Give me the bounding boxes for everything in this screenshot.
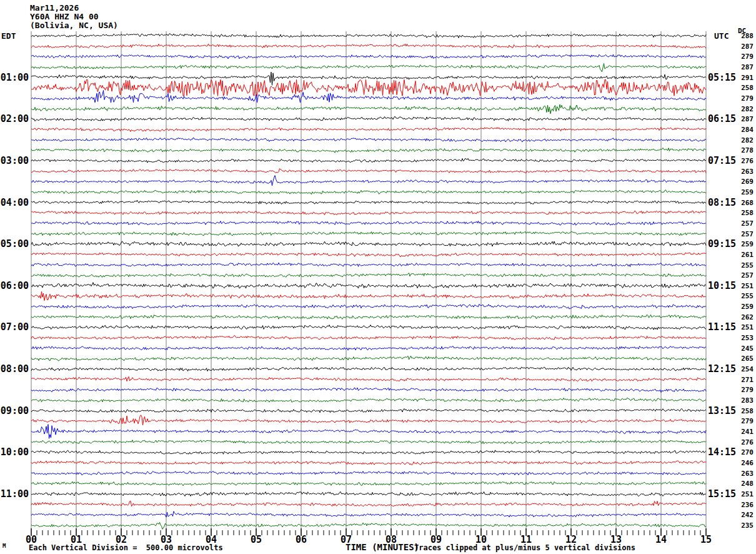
dc-value: 259 <box>735 241 754 248</box>
dc-value: 235 <box>735 522 754 530</box>
dc-value: 258 <box>735 408 754 415</box>
dc-value: 261 <box>735 251 754 259</box>
dc-value: 263 <box>735 470 754 478</box>
dc-value: 257 <box>735 272 754 280</box>
dc-value: 242 <box>735 511 754 519</box>
edt-hour-label: 05:00 <box>0 238 29 249</box>
helicorder-page: Mar11,2026 Y60A HHZ N4 00 (Bolivia, NC, … <box>0 0 756 554</box>
x-tick-label: 15 <box>695 535 717 545</box>
dc-value: 278 <box>735 147 754 154</box>
edt-hour-label: 04:00 <box>0 197 29 208</box>
edt-hour-label: 08:00 <box>0 363 29 375</box>
x-tick-label: 14 <box>650 535 672 545</box>
clipping-note: Traces clipped at plus/minus 5 vertical … <box>414 543 635 552</box>
x-tick-label: 06 <box>290 535 312 545</box>
dc-value: 241 <box>735 428 754 436</box>
dc-value: 262 <box>735 314 754 321</box>
dc-value: 279 <box>735 418 754 425</box>
dc-value: 245 <box>735 345 754 353</box>
edt-hour-label: 01:00 <box>0 72 29 83</box>
edt-hour-label: 09:00 <box>0 405 29 416</box>
dc-value: 276 <box>735 439 754 446</box>
vertical-division-note: Each Vertical Division = 500.00 microvol… <box>29 543 223 552</box>
dc-value: 259 <box>735 303 754 311</box>
dc-value: 287 <box>735 64 754 71</box>
dc-value: 279 <box>735 53 754 61</box>
dc-value: 246 <box>735 460 754 467</box>
dc-value: 268 <box>735 199 754 207</box>
dc-value: 282 <box>735 137 754 144</box>
edt-hour-label: 06:00 <box>0 280 29 291</box>
dc-value: 255 <box>735 293 754 300</box>
dc-value: 258 <box>735 209 754 217</box>
dc-value: 271 <box>735 376 754 384</box>
dc-value: 288 <box>735 33 754 40</box>
dc-value: 276 <box>735 158 754 165</box>
dc-value: 279 <box>735 386 754 394</box>
dc-value: 283 <box>735 397 754 405</box>
edt-hour-label: 07:00 <box>0 321 29 333</box>
dc-value: 265 <box>735 355 754 363</box>
corner-mark: M <box>2 543 6 549</box>
x-tick-label: 05 <box>245 535 267 545</box>
dc-value: 257 <box>735 231 754 238</box>
dc-value: 253 <box>735 335 754 342</box>
edt-hour-label: 03:00 <box>0 155 29 166</box>
seismogram-plot <box>0 0 756 554</box>
edt-hour-label: 02:00 <box>0 113 29 124</box>
dc-value: 255 <box>735 262 754 269</box>
dc-value: 251 <box>735 283 754 290</box>
dc-value: 287 <box>735 116 754 123</box>
dc-value: 236 <box>735 501 754 509</box>
edt-hour-label: 10:00 <box>0 446 29 458</box>
dc-value: 251 <box>735 324 754 331</box>
dc-value: 269 <box>735 178 754 186</box>
dc-value: 263 <box>735 168 754 176</box>
dc-value: 254 <box>735 366 754 373</box>
dc-value: 284 <box>735 126 754 134</box>
dc-value: 248 <box>735 480 754 488</box>
x-axis-title: TIME (MINUTES) <box>346 542 419 552</box>
edt-hour-label: 11:00 <box>0 488 29 500</box>
dc-value: 282 <box>735 106 754 113</box>
dc-value: 251 <box>735 491 754 498</box>
dc-value: 259 <box>735 189 754 196</box>
dc-value: 287 <box>735 43 754 51</box>
dc-value: 279 <box>735 95 754 103</box>
dc-value: 258 <box>735 84 754 92</box>
dc-value: 270 <box>735 449 754 456</box>
dc-value: 291 <box>735 74 754 82</box>
dc-value: 257 <box>735 220 754 228</box>
